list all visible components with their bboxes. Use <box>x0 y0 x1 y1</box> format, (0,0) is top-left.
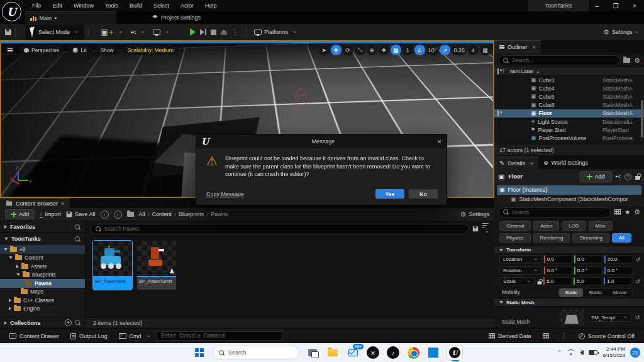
help-icon[interactable]: ? <box>625 173 631 180</box>
chip-rendering[interactable]: Rendering <box>533 233 570 243</box>
world-coord-toggle[interactable]: ⊕ <box>367 45 377 55</box>
task-view-button[interactable] <box>306 346 319 359</box>
details-search-input[interactable] <box>512 209 606 216</box>
menu-actor[interactable]: Actor <box>175 1 199 11</box>
console-command-input[interactable] <box>157 331 282 341</box>
collections-header[interactable]: Collections + <box>0 317 85 328</box>
scale-dropdown[interactable]: Scale <box>499 277 535 285</box>
add-actor-dropdown[interactable]: ▣ <box>97 26 127 38</box>
scale-lock-icon[interactable] <box>537 281 541 284</box>
menu-select[interactable]: Select <box>148 1 175 11</box>
cb-import-button[interactable]: ↓ Import <box>40 211 61 218</box>
restore-button[interactable]: ❐ <box>606 0 625 11</box>
tray-chevron-icon[interactable]: ⌃ <box>557 349 562 356</box>
menu-tools[interactable]: Tools <box>99 1 124 11</box>
outliner-row[interactable]: ▣Cube6StaticMeshA <box>494 101 644 109</box>
taskbar-search[interactable] <box>213 346 299 359</box>
blueprint-icon[interactable]: •< <box>616 173 621 180</box>
details-settings-icon[interactable]: ⚙ <box>634 209 640 216</box>
tiktok-button[interactable]: ♪ <box>386 346 400 359</box>
tree-assets[interactable]: Assets <box>0 262 85 271</box>
surface-snap-toggle[interactable]: ❖ <box>379 45 389 55</box>
rotation-z-field[interactable]: 0.0 ° <box>604 266 633 275</box>
network-status-icon[interactable] <box>537 329 555 343</box>
chip-general[interactable]: General <box>499 221 531 231</box>
vscode-button[interactable] <box>426 346 440 359</box>
visibility-column-icon[interactable] <box>497 68 499 75</box>
cmd-dropdown[interactable]: Cmd <box>113 329 157 343</box>
tree-all[interactable]: All <box>0 245 85 254</box>
blueprints-dropdown[interactable]: •< <box>126 27 149 38</box>
location-x-field[interactable]: 0.0 <box>544 255 572 263</box>
eye-icon[interactable] <box>497 109 499 117</box>
add-collection-icon[interactable]: + <box>65 319 72 326</box>
crumb-content[interactable]: Content <box>152 211 172 217</box>
derived-data-button[interactable]: Derived Data <box>483 329 537 343</box>
select-tool[interactable]: ➤ <box>319 45 330 55</box>
content-drawer-button[interactable]: Content Drawer <box>4 329 65 343</box>
static-mesh-section-header[interactable]: Static Mesh <box>494 298 644 307</box>
menu-edit[interactable]: Edit <box>47 1 69 11</box>
select-mode-dropdown[interactable]: Select Mode <box>26 25 84 40</box>
start-button[interactable] <box>192 346 206 359</box>
taskbar-search-input[interactable] <box>228 349 285 356</box>
outliner-row[interactable]: ▣Cube5StaticMeshA <box>494 92 644 101</box>
search-icon[interactable] <box>75 236 80 242</box>
tab-world-settings[interactable]: ⊕ World Settings <box>538 156 593 169</box>
search-icon[interactable] <box>75 224 80 230</box>
favorites-icon[interactable]: ★ <box>625 209 630 216</box>
perspective-dropdown[interactable]: Perspective <box>19 45 64 55</box>
component-row-selected[interactable]: ▣ Floor (Instance) <box>497 185 641 195</box>
outliner-row[interactable]: ▣PostProcessVolumePostProcess <box>494 134 644 142</box>
frame-skip-button[interactable] <box>200 29 206 35</box>
toolbar-settings[interactable]: ⚙ Settings <box>603 29 639 36</box>
eject-button[interactable] <box>221 30 227 35</box>
filter-icon[interactable] <box>482 223 489 235</box>
status-kebab[interactable]: ⋮ <box>555 329 573 343</box>
tree-engine[interactable]: Engine <box>0 305 85 314</box>
cb-search-input[interactable] <box>104 226 464 232</box>
tree-maps[interactable]: Maps <box>0 288 85 297</box>
chip-physics[interactable]: Physics <box>499 233 531 243</box>
file-explorer-button[interactable] <box>326 346 340 359</box>
tab-outliner[interactable]: Outliner × <box>494 40 541 53</box>
close-icon[interactable]: × <box>533 44 536 50</box>
play-options-kebab[interactable]: ⋮ <box>231 28 238 36</box>
cb-searchbox[interactable] <box>91 224 469 234</box>
asset-bp-pawnturret[interactable]: ♟ BP_PawnTurret <box>137 241 176 290</box>
static-mesh-dropdown[interactable]: SM_Templ <box>587 313 631 322</box>
tree-pawns-selected[interactable]: Pawns <box>0 279 85 288</box>
dialog-title-bar[interactable]: U Message × <box>196 134 447 148</box>
rotate-tool[interactable]: ⟳ <box>343 45 353 55</box>
xbox-button[interactable]: ⨯ <box>366 346 380 359</box>
reset-location-icon[interactable]: ↺ <box>636 256 641 263</box>
platforms-dropdown[interactable]: Platforms <box>250 27 301 37</box>
asset-bp-pawntank[interactable]: BP_PawnTank <box>93 241 132 290</box>
save-search-icon[interactable] <box>473 226 479 232</box>
pin-column-icon[interactable]: ⍒ <box>502 69 505 75</box>
menu-build[interactable]: Build <box>124 1 148 11</box>
close-icon[interactable]: × <box>530 160 533 167</box>
scale-y-field[interactable]: 5.0 <box>574 277 602 285</box>
cb-add-button[interactable]: Add <box>5 209 35 219</box>
new-folder-icon[interactable] <box>623 58 630 63</box>
notification-badge[interactable]: 21 <box>630 348 640 358</box>
grid-snap-toggle[interactable]: ▦ <box>391 45 401 55</box>
mobility-stationary[interactable]: Statio <box>583 288 607 297</box>
cinematics-dropdown[interactable] <box>149 27 174 37</box>
cb-save-all-button[interactable]: Save All <box>66 211 96 217</box>
rotation-snap-toggle[interactable]: ∠ <box>414 45 425 55</box>
scale-snap-value[interactable]: 0.25 <box>452 45 467 55</box>
rotation-x-field[interactable]: 0.0 ° <box>544 266 572 275</box>
close-button[interactable]: × <box>625 0 644 11</box>
viewport-options-menu[interactable] <box>5 45 15 55</box>
outliner-row-selected[interactable]: ▣FloorStaticMeshA <box>494 109 644 118</box>
maximize-viewport[interactable]: ▦ <box>480 45 491 55</box>
chip-misc[interactable]: Misc <box>589 221 613 231</box>
tab-content-browser[interactable]: Content Browser × <box>0 198 70 208</box>
wifi-icon[interactable] <box>567 349 575 356</box>
crumb-blueprints[interactable]: Blueprints <box>179 211 204 217</box>
unreal-taskbar-button[interactable]: U <box>447 345 463 360</box>
save-icon[interactable] <box>5 29 11 35</box>
project-header[interactable]: ToonTanks <box>0 233 85 244</box>
